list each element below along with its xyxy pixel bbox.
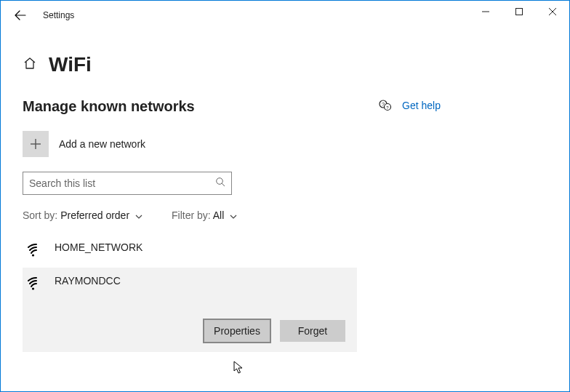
svg-point-6 [217,178,223,185]
system-buttons [469,1,569,23]
svg-point-8 [32,254,34,256]
page-title: WiFi [49,53,92,76]
filter-value: All [213,209,225,221]
help-icon: ? ? [379,99,392,112]
titlebar: Settings [1,1,569,30]
search-box[interactable] [23,172,232,195]
wifi-icon [27,243,44,260]
network-item-selected[interactable]: RAYMONDCC Properties Forget [23,268,357,352]
back-button[interactable] [11,6,30,25]
network-item[interactable]: HOME_NETWORK [23,234,357,268]
get-help-link[interactable]: Get help [402,100,441,111]
app-title: Settings [43,10,74,20]
maximize-button[interactable] [502,1,536,23]
search-input[interactable] [29,177,215,189]
sort-value: Preferred order [60,209,129,221]
network-name: RAYMONDCC [55,275,121,287]
properties-button[interactable]: Properties [204,320,270,342]
forget-button[interactable]: Forget [280,320,345,342]
add-network-label: Add a new network [59,138,145,150]
content: WiFi Manage known networks Add a new net… [1,30,569,352]
chevron-down-icon [230,209,237,221]
filter-row: Sort by: Preferred order Filter by: All [23,209,547,221]
network-actions: Properties Forget [27,320,351,342]
chevron-down-icon [135,209,142,221]
network-list: HOME_NETWORK RAYMONDCC Properties Forget [23,234,357,352]
filter-label: Filter by: [172,209,211,221]
plus-icon [23,131,49,157]
help-panel: ? ? Get help [379,99,441,112]
section-heading: Manage known networks [23,98,547,115]
svg-line-7 [222,183,225,186]
filter-control[interactable]: Filter by: All [172,209,237,221]
network-name: HOME_NETWORK [55,241,142,253]
cursor-icon [233,361,245,378]
search-icon [215,177,225,190]
svg-point-9 [32,287,34,289]
svg-rect-1 [516,9,523,15]
add-network-button[interactable]: Add a new network [23,131,547,157]
sort-label: Sort by: [23,209,57,221]
home-icon[interactable] [23,56,37,73]
wifi-icon [27,276,44,294]
close-button[interactable] [536,1,569,23]
heading-row: WiFi [23,53,547,76]
minimize-button[interactable] [469,1,502,23]
sort-control[interactable]: Sort by: Preferred order [23,209,142,221]
